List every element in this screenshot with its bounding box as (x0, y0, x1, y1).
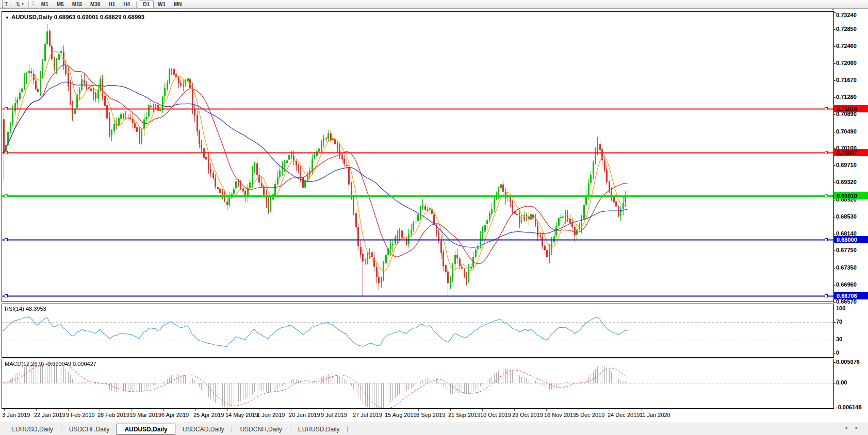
date-label: 1 Jun 2019 (257, 412, 285, 418)
price-tick-label: 0.72060 (836, 60, 857, 66)
date-tick-dash (68, 409, 69, 411)
date-label: 3 Sep 2019 (416, 412, 445, 418)
date-tick-dash (514, 409, 515, 411)
tab-usdcad-daily-3[interactable]: USDCAD,Daily (175, 424, 232, 434)
price-tick-label: 0.69710 (836, 162, 857, 168)
macd-tick-dash (833, 383, 836, 383)
timeframe-buttons: M1M5M15M30H1H4D1W1MN (37, 1, 186, 8)
date-tick-dash (418, 409, 419, 411)
date-label: 29 Oct 2019 (512, 412, 543, 418)
date-tick-dash (642, 409, 642, 411)
tab-eurusd-daily-0[interactable]: EURUSD,Daily (4, 424, 60, 434)
date-tick-dash (323, 409, 323, 411)
macd-tick-label: 0.00 (836, 379, 847, 386)
price-tick-label: 0.66960 (836, 281, 857, 288)
tab-scroll-left-icon[interactable]: ◄ (844, 426, 848, 430)
rsi-panel: RSI(14) 48.3953 (2, 304, 834, 358)
macd-label: MACD(12,26,9) -0.000049 0.000427 (5, 361, 96, 367)
date-tick-dash (355, 409, 355, 411)
tab-scroll-right-icon[interactable]: ► (855, 426, 859, 430)
price-tick-label: 0.70490 (836, 128, 857, 135)
timeframe-button-h4[interactable]: H4 (119, 1, 134, 8)
date-tick-dash (291, 409, 291, 411)
chart-tabs: EURUSD,DailyUSDCHF,DailyAUDUSD,DailyUSDC… (0, 423, 348, 435)
date-tick-dash (387, 409, 387, 411)
arrange-sort-button[interactable]: ⇅ ▾ (13, 1, 26, 8)
price-tick-label: 0.68530 (836, 213, 857, 220)
timeframe-button-mn[interactable]: MN (170, 1, 186, 8)
timeframe-button-m5[interactable]: M5 (53, 1, 68, 8)
date-label: 10 Oct 2019 (480, 412, 511, 418)
price-tick-label: 0.72850 (836, 26, 857, 32)
date-label: 9 Feb 2019 (66, 412, 95, 418)
toolbar-separator (28, 1, 29, 8)
macd-tick-label: -0.006148 (836, 404, 862, 410)
chart-title: ▼AUDUSD,Daily0.689630.690010.688290.6899… (5, 14, 146, 20)
date-label: 28 Feb 2019 (97, 412, 129, 418)
scroll-up-icon[interactable]: ▲ (831, 7, 835, 10)
price-level-chip-0.71016: 0.71016 (834, 105, 868, 112)
timeframe-button-h1[interactable]: H1 (105, 1, 120, 8)
date-tick-dash (4, 409, 5, 411)
macd-canvas[interactable] (2, 359, 833, 408)
rsi-tick-dash (833, 353, 836, 354)
price-tick-dash (833, 182, 836, 183)
date-label: 11 Jan 2020 (640, 412, 670, 418)
tab-separator (290, 426, 290, 432)
date-label: 15 Aug 2019 (385, 412, 417, 418)
timeframe-button-m1[interactable]: M1 (37, 1, 53, 8)
timeframe-button-m30[interactable]: M30 (86, 1, 104, 8)
tab-usdcnh-daily-4[interactable]: USDCNH,Daily (233, 424, 289, 434)
text-tool-button[interactable]: T (2, 1, 10, 8)
tab-audusd-daily-2[interactable]: AUDUSD,Daily (117, 424, 175, 435)
rsi-canvas[interactable] (2, 304, 833, 357)
price-tick-dash (833, 12, 836, 13)
date-tick-dash (482, 409, 483, 411)
price-tick-dash (833, 63, 836, 64)
price-tick-dash (833, 268, 836, 269)
timeframe-button-d1[interactable]: D1 (139, 1, 154, 8)
chart-symbol-period: AUDUSD,Daily (11, 14, 53, 20)
price-tick-dash (833, 165, 836, 166)
date-label: 25 Apr 2019 (193, 412, 224, 418)
price-tick-label: 0.71280 (836, 94, 857, 100)
toolbar-grip-handle[interactable] (32, 1, 34, 7)
price-tick-dash (833, 29, 836, 30)
date-tick-dash (132, 409, 132, 411)
rsi-tick-dash (833, 322, 836, 323)
tab-eurusd-daily-5[interactable]: EURUSD,Daily (291, 424, 347, 434)
mt4-window: T ⇅ ▾ M1M5M15M30H1H4D1W1MN ▲ ▼AUDUSD,Dai… (0, 0, 868, 435)
price-level-chip-0.70007: 0.70007 (834, 149, 868, 156)
date-tick-dash (36, 409, 37, 411)
collapse-triangle-icon[interactable]: ▼ (5, 15, 9, 20)
tab-separator (232, 426, 232, 432)
date-label: 5 Dec 2019 (576, 412, 604, 418)
rsi-tick-dash (833, 309, 836, 309)
price-chart-canvas[interactable] (2, 12, 833, 302)
timeframe-button-m15[interactable]: M15 (68, 1, 86, 8)
date-label: 21 Sep 2019 (448, 412, 480, 418)
rsi-tick-label: 100 (836, 305, 845, 311)
price-tick-label: 0.71670 (836, 77, 857, 83)
price-level-chip-0.69010: 0.69010 (834, 192, 868, 199)
date-tick-dash (546, 409, 547, 411)
price-tick-label: 0.72460 (836, 43, 857, 49)
timeframe-button-w1[interactable]: W1 (154, 1, 170, 8)
date-tick-dash (578, 409, 578, 411)
date-tick-dash (227, 409, 228, 411)
ohlc-open: 0.68963 (54, 14, 76, 20)
date-label: 20 Jun 2019 (289, 412, 320, 418)
date-label: 24 Dec 2019 (608, 412, 640, 418)
price-level-chip-0.68000: 0.68000 (834, 236, 868, 243)
date-tick-dash (259, 409, 259, 411)
tab-usdchf-daily-1[interactable]: USDCHF,Daily (62, 424, 117, 434)
price-tick-dash (833, 97, 836, 98)
toolbar: T ⇅ ▾ M1M5M15M30H1H4D1W1MN (0, 0, 868, 9)
date-label: 27 Jul 2019 (353, 412, 382, 418)
date-label: 19 Mar 2019 (129, 412, 161, 418)
dropdown-caret-icon: ▾ (22, 2, 24, 6)
price-tick-label: 0.73240 (836, 12, 857, 18)
price-tick-dash (833, 46, 836, 47)
ohlc-high: 0.69001 (77, 14, 99, 20)
price-tick-dash (833, 114, 836, 115)
